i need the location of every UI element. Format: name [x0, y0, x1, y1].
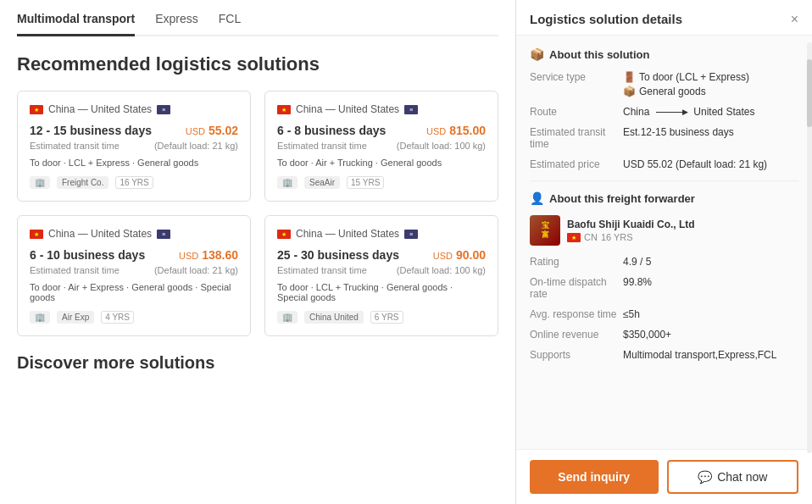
rating-value: 4.9 / 5	[623, 256, 798, 268]
transit-row: Estimated transit time Est.12-15 busines…	[530, 126, 798, 150]
card-3-company: 🏢	[30, 311, 50, 324]
card-2-route: ★ China — United States ≡	[277, 103, 486, 115]
chat-now-button[interactable]: 💬 Chat now	[667, 460, 799, 494]
rating-row: Rating 4.9 / 5	[530, 256, 798, 268]
card-2-header: 6 - 8 business days USD 815.00	[277, 124, 486, 137]
flag-us-4: ≡	[404, 230, 418, 239]
card-4-route: ★ China — United States ≡	[277, 228, 486, 240]
service-type-value: 🚪 To door (LCL + Express) 📦 General good…	[623, 71, 798, 97]
discover-title: Discover more solutions	[17, 353, 498, 373]
flag-china-4: ★	[277, 230, 291, 239]
forwarder-meta: ★ CN 16 YRS	[567, 232, 695, 242]
card-4-route-text: China — United States	[296, 228, 399, 240]
page-title: Recommended logistics solutions	[17, 53, 498, 75]
route-arrow: China ▶ United States	[623, 106, 754, 118]
card-1[interactable]: ★ China — United States ≡ 12 - 15 busine…	[17, 91, 251, 202]
card-4-yrs: 6 YRS	[370, 311, 403, 324]
door-icon: 🚪	[623, 71, 636, 83]
panel-body: 📦 About this solution Service type 🚪 To …	[516, 36, 812, 449]
flag-china-2: ★	[277, 105, 291, 114]
send-inquiry-button[interactable]: Send inquiry	[530, 460, 659, 494]
card-1-company: 🏢	[30, 176, 50, 189]
card-4-company: 🏢	[277, 311, 298, 324]
tab-multimodal[interactable]: Multimodal transport	[17, 12, 135, 36]
panel-footer: Send inquiry 💬 Chat now	[516, 449, 812, 504]
card-1-header: 12 - 15 business days USD 55.02	[30, 124, 238, 137]
chat-now-label: Chat now	[717, 470, 767, 484]
forwarder-name: Baofu Shiji Kuaidi Co., Ltd	[567, 219, 695, 230]
dispatch-row: On-time dispatch rate 99.8%	[530, 276, 798, 300]
forwarder-flag: ★	[567, 233, 581, 242]
route-value: China ▶ United States	[623, 106, 798, 118]
forwarder-avatar: 宝富	[530, 215, 560, 246]
route-row: Route China ▶ United States	[530, 106, 798, 118]
flag-us-2: ≡	[404, 105, 418, 114]
card-1-sub: Estimated transit time (Default load: 21…	[30, 141, 238, 151]
dispatch-value: 99.8%	[623, 276, 798, 300]
card-4-services: To door · LCL + Trucking · General goods…	[277, 282, 486, 302]
card-3-route-text: China — United States	[48, 228, 152, 240]
card-4-header: 25 - 30 business days USD 90.00	[277, 248, 486, 262]
section-forwarder-heading: 👤 About this freight forwarder	[530, 191, 798, 205]
card-2-price: USD 815.00	[426, 124, 486, 137]
service-type-row: Service type 🚪 To door (LCL + Express) 📦…	[530, 71, 798, 97]
card-1-footer: 🏢 Freight Co. 16 YRS	[30, 176, 238, 189]
divider-1	[530, 180, 798, 181]
panel-title: Logistics solution details	[530, 12, 682, 26]
card-2-company: 🏢	[277, 176, 298, 189]
response-value: ≤5h	[623, 308, 798, 320]
section-solution-heading: 📦 About this solution	[530, 47, 798, 61]
card-1-transit: 12 - 15 business days	[30, 124, 152, 137]
tab-express[interactable]: Express	[155, 12, 198, 36]
solution-icon: 📦	[530, 47, 544, 61]
card-3-transit: 6 - 10 business days	[30, 248, 145, 262]
card-2-yrs: 15 YRS	[347, 176, 384, 189]
price-label: Estimated price	[530, 158, 623, 170]
price-value: USD 55.02 (Default load: 21 kg)	[623, 158, 798, 170]
card-1-services: To door · LCL + Express · General goods	[30, 158, 238, 168]
card-1-route: ★ China — United States ≡	[30, 103, 238, 115]
flag-china-1: ★	[30, 105, 43, 114]
card-3-price: USD 138.60	[179, 248, 238, 262]
transit-label: Estimated transit time	[530, 126, 623, 150]
card-3-footer: 🏢 Air Exp 4 YRS	[30, 311, 238, 324]
card-3[interactable]: ★ China — United States ≡ 6 - 10 busines…	[17, 215, 251, 336]
cards-grid: ★ China — United States ≡ 12 - 15 busine…	[17, 91, 498, 336]
forwarder-icon: 👤	[530, 191, 544, 205]
scrollbar-thumb[interactable]	[807, 59, 812, 127]
card-4-transit: 25 - 30 business days	[277, 248, 399, 262]
card-4-sub: Estimated transit time (Default load: 10…	[277, 265, 486, 275]
card-2[interactable]: ★ China — United States ≡ 6 - 8 business…	[264, 91, 498, 202]
response-label: Avg. response time	[530, 308, 623, 320]
card-2-route-text: China — United States	[296, 103, 399, 115]
card-1-yrs: 16 YRS	[115, 176, 153, 189]
forwarder-info: Baofu Shiji Kuaidi Co., Ltd ★ CN 16 YRS	[567, 219, 695, 242]
flag-china-3: ★	[30, 230, 43, 239]
flag-us-3: ≡	[157, 230, 170, 239]
card-1-price: USD 55.02	[186, 124, 238, 137]
response-row: Avg. response time ≤5h	[530, 308, 798, 320]
main-content: Multimodal transport Express FCL Recomme…	[0, 0, 515, 504]
scrollbar-track[interactable]	[807, 42, 812, 453]
card-4[interactable]: ★ China — United States ≡ 25 - 30 busine…	[264, 215, 498, 336]
flag-us-1: ≡	[157, 105, 170, 114]
revenue-row: Online revenue $350,000+	[530, 329, 798, 341]
dispatch-label: On-time dispatch rate	[530, 276, 623, 300]
service-type-label: Service type	[530, 71, 623, 97]
price-row: Estimated price USD 55.02 (Default load:…	[530, 158, 798, 170]
forwarder-header: 宝富 Baofu Shiji Kuaidi Co., Ltd ★ CN 16 Y…	[530, 215, 798, 246]
tab-fcl[interactable]: FCL	[219, 12, 241, 36]
chat-icon: 💬	[698, 470, 712, 484]
supports-row: Supports Multimodal transport,Express,FC…	[530, 349, 798, 361]
card-1-company-name: Freight Co.	[57, 176, 108, 189]
supports-value: Multimodal transport,Express,FCL	[623, 349, 798, 361]
card-3-yrs: 4 YRS	[101, 311, 134, 324]
card-3-sub: Estimated transit time (Default load: 21…	[30, 265, 238, 275]
card-4-company-name: China United	[304, 311, 364, 324]
close-button[interactable]: ×	[791, 13, 798, 26]
card-2-transit: 6 - 8 business days	[277, 124, 386, 137]
card-1-route-text: China — United States	[48, 103, 152, 115]
side-panel: Logistics solution details × 📦 About thi…	[515, 0, 812, 504]
revenue-label: Online revenue	[530, 329, 623, 341]
card-2-company-name: SeaAir	[304, 176, 340, 189]
